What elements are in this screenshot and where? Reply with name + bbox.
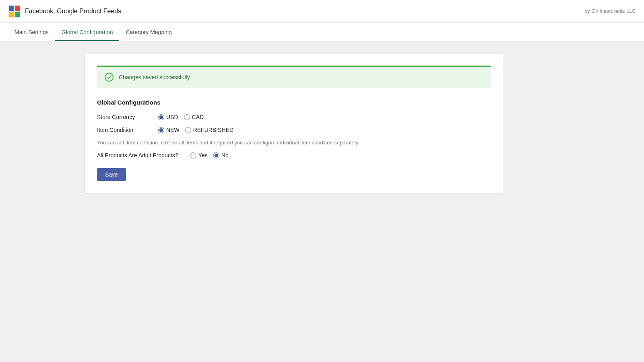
item-condition-row: Item Condition NEW REFURBISHED bbox=[97, 127, 491, 133]
adult-yes-label: Yes bbox=[198, 152, 208, 158]
app-title: Facebook, Google Product Feeds bbox=[25, 8, 121, 15]
tab-global-configuration[interactable]: Global Configuration bbox=[55, 24, 120, 41]
adult-yes-radio[interactable] bbox=[190, 152, 196, 158]
adult-products-label: All Products Are Adult Products? bbox=[97, 152, 186, 158]
condition-refurbished-label: REFURBISHED bbox=[193, 127, 233, 133]
app-header: Facebook, Google Product Feeds by Online… bbox=[0, 0, 644, 23]
currency-cad-option[interactable]: CAD bbox=[184, 114, 204, 120]
adult-no-option[interactable]: No bbox=[213, 152, 229, 158]
alert-success: Changes saved successfully. bbox=[97, 66, 491, 88]
svg-rect-3 bbox=[9, 12, 14, 17]
adult-products-radio-group: Yes No bbox=[190, 152, 229, 158]
section-title: Global Configurations bbox=[97, 99, 491, 106]
save-button[interactable]: Save bbox=[97, 168, 126, 181]
store-currency-radio-group: USD CAD bbox=[158, 114, 204, 120]
svg-point-5 bbox=[105, 73, 113, 81]
currency-cad-label: CAD bbox=[192, 114, 204, 120]
condition-new-option[interactable]: NEW bbox=[158, 127, 180, 133]
check-circle-icon bbox=[104, 72, 114, 82]
app-header-left: Facebook, Google Product Feeds bbox=[8, 5, 121, 18]
item-condition-radio-group: NEW REFURBISHED bbox=[158, 127, 233, 133]
condition-new-label: NEW bbox=[166, 127, 180, 133]
svg-rect-1 bbox=[9, 6, 14, 11]
svg-rect-4 bbox=[15, 12, 20, 17]
currency-cad-radio[interactable] bbox=[184, 114, 190, 120]
currency-usd-label: USD bbox=[166, 114, 178, 120]
store-currency-label: Store Currency bbox=[97, 114, 153, 120]
app-logo bbox=[8, 5, 21, 18]
alert-message: Changes saved successfully. bbox=[119, 74, 191, 80]
main-content: Changes saved successfully. Global Confi… bbox=[0, 41, 523, 206]
item-condition-label: Item Condition bbox=[97, 127, 153, 133]
config-card: Changes saved successfully. Global Confi… bbox=[85, 53, 503, 193]
tab-category-mapping[interactable]: Category Mapping bbox=[119, 24, 178, 41]
svg-rect-2 bbox=[15, 6, 20, 11]
condition-new-radio[interactable] bbox=[158, 127, 164, 133]
adult-products-row: All Products Are Adult Products? Yes No bbox=[97, 152, 491, 158]
adult-no-label: No bbox=[221, 152, 229, 158]
currency-usd-option[interactable]: USD bbox=[158, 114, 178, 120]
nav-tabs: Main Settings Global Configuration Categ… bbox=[0, 23, 644, 41]
currency-usd-radio[interactable] bbox=[158, 114, 164, 120]
condition-refurbished-radio[interactable] bbox=[185, 127, 191, 133]
adult-yes-option[interactable]: Yes bbox=[190, 152, 208, 158]
condition-refurbished-option[interactable]: REFURBISHED bbox=[185, 127, 233, 133]
adult-no-radio[interactable] bbox=[213, 152, 219, 158]
tab-main-settings[interactable]: Main Settings bbox=[8, 24, 55, 41]
item-condition-helper: You can set item condition here for all … bbox=[97, 140, 491, 146]
store-currency-row: Store Currency USD CAD bbox=[97, 114, 491, 120]
app-byline: by Onlinestorebiz LLC bbox=[584, 8, 636, 14]
